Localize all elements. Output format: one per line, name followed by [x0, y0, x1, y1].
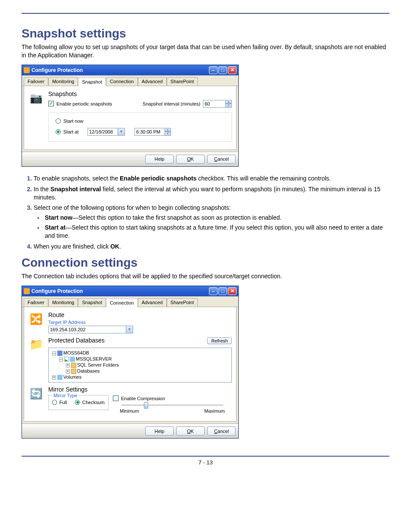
compression-label: Enable Compression [121, 396, 165, 401]
enable-snapshots-checkbox[interactable] [48, 101, 54, 106]
maximize-button[interactable]: □ [218, 287, 227, 295]
database-icon [28, 337, 44, 352]
expand-databases[interactable]: + [66, 370, 70, 373]
route-heading: Route [48, 311, 232, 318]
server-icon [57, 351, 62, 356]
dialog-title: Configure Protection [31, 288, 209, 294]
mirror-type-label: Mirror Type [52, 393, 78, 398]
tab-snapshot[interactable]: Snapshot [78, 298, 106, 307]
dialog-title: Configure Protection [31, 67, 209, 73]
bullet-start-now: Start now—Select this option to take the… [45, 214, 389, 222]
target-ip-input[interactable] [48, 326, 126, 333]
mirror-checksum-label: Checksum [82, 400, 105, 405]
folder-icon [71, 369, 76, 374]
mirror-heading: Mirror Settings [48, 386, 232, 393]
tree-folders[interactable]: SQL Server Folders [77, 362, 119, 367]
target-ip-dropdown[interactable]: ▼ [126, 326, 133, 333]
cancel-button[interactable]: Cancel [207, 155, 236, 164]
db-icon [70, 357, 75, 362]
refresh-button[interactable]: Refresh [207, 337, 232, 344]
ok-button[interactable]: OK [176, 426, 205, 436]
interval-input[interactable] [203, 100, 225, 108]
heading-snapshot: Snapshot settings [22, 27, 389, 40]
route-icon [28, 311, 44, 327]
help-button[interactable]: Help [145, 155, 174, 164]
mirror-full-label: Full [59, 400, 67, 405]
expand-root[interactable]: – [52, 352, 56, 355]
close-button[interactable]: ✕ [228, 66, 237, 74]
dialog-connection: Configure Protection – □ ✕ Failover Moni… [22, 286, 239, 439]
tab-failover[interactable]: Failover [24, 298, 48, 307]
slider-max-label: Maximum [204, 408, 225, 414]
enable-snapshots-label: Enable periodic snapshots [56, 101, 112, 106]
start-at-radio[interactable] [56, 129, 61, 134]
time-up[interactable]: ▲ [165, 128, 171, 132]
step-1: To enable snapshots, select the Enable p… [34, 174, 389, 183]
tab-strip: Failover Monitoring Snapshot Connection … [22, 296, 238, 307]
mirror-checksum-radio[interactable] [75, 400, 80, 405]
time-down[interactable]: ▼ [165, 132, 171, 136]
minimize-button[interactable]: – [209, 66, 218, 74]
interval-up[interactable]: ▲ [225, 100, 232, 104]
tab-monitoring[interactable]: Monitoring [48, 298, 78, 307]
maximize-button[interactable]: □ [218, 66, 227, 74]
tab-advanced[interactable]: Advanced [138, 77, 167, 86]
snapshots-heading: Snapshots [48, 90, 232, 97]
minimize-button[interactable]: – [209, 287, 218, 295]
tab-snapshot[interactable]: Snapshot [78, 78, 106, 86]
db-heading: Protected Databases [48, 337, 105, 344]
mirror-full-radio[interactable] [52, 400, 57, 405]
dialog-snapshot: Configure Protection – □ ✕ Failover Moni… [22, 65, 239, 167]
tree-instance[interactable]: MSSQLSERVER [76, 356, 112, 361]
tree-volumes[interactable]: Volumes [63, 374, 81, 380]
compression-slider[interactable] [121, 404, 223, 406]
heading-connection: Connection settings [22, 256, 389, 270]
app-icon [24, 288, 30, 294]
interval-label: Snapshot interval (minutes) [143, 101, 200, 106]
start-now-radio[interactable] [56, 118, 61, 124]
snapshot-steps: To enable snapshots, select the Enable p… [22, 174, 389, 251]
start-now-label: Start now [63, 118, 83, 124]
instance-checkbox[interactable] [64, 357, 69, 361]
start-time-input[interactable] [134, 128, 165, 136]
tree-root[interactable]: MOSS64DB [63, 350, 89, 355]
step-3: Select one of the following options for … [34, 204, 389, 240]
start-date-input[interactable] [87, 128, 118, 136]
intro-connection: The Connection tab includes options that… [22, 272, 389, 280]
expand-instance[interactable]: – [59, 358, 63, 361]
titlebar: Configure Protection – □ ✕ [22, 286, 238, 296]
snapshot-icon [28, 90, 44, 106]
expand-folders[interactable]: + [66, 364, 70, 367]
date-dropdown-button[interactable]: ▼ [118, 128, 125, 136]
bullet-start-at: Start at—Select this option to start tak… [45, 224, 389, 240]
tab-connection[interactable]: Connection [106, 299, 138, 307]
intro-snapshot: The following allow you to set up snapsh… [22, 43, 389, 59]
cancel-button[interactable]: Cancel [207, 426, 236, 436]
slider-thumb[interactable] [144, 402, 148, 409]
slider-min-label: Minimum [120, 408, 139, 414]
tab-sharepoint[interactable]: SharePoint [167, 77, 198, 86]
interval-down[interactable]: ▼ [225, 104, 232, 108]
tab-monitoring[interactable]: Monitoring [48, 77, 78, 86]
tab-sharepoint[interactable]: SharePoint [167, 298, 198, 307]
tab-connection[interactable]: Connection [106, 77, 138, 86]
mirror-icon [28, 386, 44, 401]
database-tree[interactable]: –MOSS64DB –MSSQLSERVER +SQL Server Folde… [48, 348, 232, 383]
tree-databases[interactable]: Databases [77, 368, 100, 373]
titlebar: Configure Protection – □ ✕ [22, 65, 238, 75]
start-at-label: Start at [63, 129, 85, 134]
compression-checkbox[interactable] [113, 395, 118, 401]
tab-failover[interactable]: Failover [24, 77, 48, 86]
tab-strip: Failover Monitoring Snapshot Connection … [22, 75, 238, 86]
volumes-icon [57, 375, 62, 380]
expand-volumes[interactable]: + [52, 376, 56, 380]
app-icon [24, 67, 30, 73]
help-button[interactable]: Help [145, 426, 174, 436]
page-number: 7 - 13 [22, 459, 389, 466]
close-button[interactable]: ✕ [228, 287, 237, 295]
target-ip-label: Target IP Address [48, 320, 232, 325]
ok-button[interactable]: OK [176, 155, 205, 164]
folder-icon [71, 363, 76, 368]
tab-advanced[interactable]: Advanced [138, 298, 167, 307]
step-4: When you are finished, click OK. [34, 243, 389, 251]
